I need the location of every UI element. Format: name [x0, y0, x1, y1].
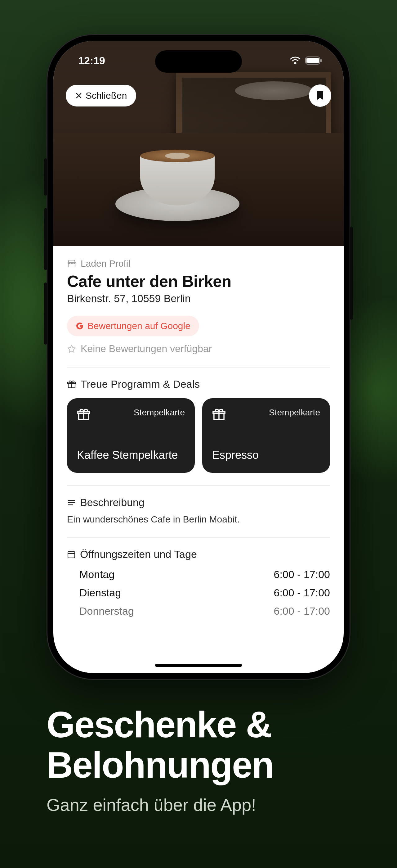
- opening-hours-list: Montag 6:00 - 17:00 Dienstag 6:00 - 17:0…: [67, 565, 330, 620]
- battery-icon: [305, 57, 322, 65]
- svg-rect-2: [320, 59, 322, 62]
- description-text: Ein wunderschönes Cafe in Berlin Moabit.: [67, 514, 330, 525]
- phone-volume-down-button: [44, 282, 47, 345]
- divider: [67, 537, 330, 538]
- wifi-icon: [290, 57, 301, 65]
- store-profile-content: Laden Profil Cafe unter den Birken Birke…: [53, 246, 344, 620]
- home-indicator[interactable]: [155, 664, 242, 667]
- hours-time: 6:00 - 17:00: [274, 587, 330, 599]
- google-icon: [76, 322, 84, 330]
- gift-icon: [67, 380, 76, 389]
- bottom-fade: [53, 661, 344, 673]
- close-button-label: Schließen: [86, 90, 127, 101]
- marketing-subtitle: Ganz einfach über die App!: [46, 795, 360, 815]
- phone-power-button: [350, 227, 353, 320]
- section-label-profile-text: Laden Profil: [80, 258, 130, 269]
- marketing-block: Geschenke & Belohnungen Ganz einfach übe…: [46, 705, 360, 815]
- storefront-icon: [67, 259, 76, 268]
- hours-day: Donnerstag: [79, 605, 134, 617]
- hours-time: 6:00 - 17:00: [274, 568, 330, 581]
- phone-side-button: [44, 158, 47, 195]
- hours-row: Donnerstag 6:00 - 17:00: [67, 602, 330, 620]
- loyalty-card-tag: Stempelkarte: [134, 408, 185, 417]
- section-label-description: Beschreibung: [67, 496, 330, 508]
- loyalty-card-title: Kaffee Stempelkarte: [77, 448, 185, 462]
- section-label-loyalty: Treue Programm & Deals: [67, 378, 330, 390]
- hours-heading: Öffnungszeiten und Tage: [80, 548, 197, 560]
- section-label-hours: Öffnungszeiten und Tage: [67, 548, 330, 560]
- description-heading: Beschreibung: [80, 496, 144, 508]
- section-label-profile: Laden Profil: [67, 258, 330, 269]
- store-address: Birkenstr. 57, 10559 Berlin: [67, 292, 330, 305]
- loyalty-card[interactable]: Stempelkarte Kaffee Stempelkarte: [67, 398, 195, 473]
- phone-mockup: 12:19: [46, 34, 351, 680]
- svg-rect-1: [306, 58, 319, 63]
- phone-screen: 12:19: [53, 41, 344, 673]
- no-reviews-label: Keine Bewertungen verfügbar: [80, 343, 212, 354]
- bookmark-button[interactable]: [309, 85, 331, 107]
- bookmark-icon: [316, 90, 325, 101]
- google-reviews-chip[interactable]: Bewertungen auf Google: [67, 316, 199, 336]
- marketing-title-line2: Belohnungen: [46, 744, 273, 785]
- close-button[interactable]: Schließen: [66, 85, 136, 106]
- calendar-icon: [67, 550, 76, 559]
- hours-day: Dienstag: [79, 587, 121, 599]
- hours-day: Montag: [79, 568, 114, 581]
- hours-row: Dienstag 6:00 - 17:00: [67, 584, 330, 602]
- gift-icon: [77, 408, 91, 421]
- close-icon: [75, 92, 82, 99]
- divider: [67, 485, 330, 486]
- phone-volume-up-button: [44, 208, 47, 270]
- loyalty-card[interactable]: Stempelkarte Espresso: [202, 398, 330, 473]
- menu-lines-icon: [67, 498, 76, 507]
- loyalty-card-tag: Stempelkarte: [269, 408, 320, 417]
- svg-rect-9: [68, 552, 75, 558]
- divider: [67, 367, 330, 368]
- star-outline-icon: [67, 344, 76, 353]
- hours-row: Montag 6:00 - 17:00: [67, 565, 330, 584]
- status-bar: 12:19: [53, 53, 344, 68]
- google-reviews-label: Bewertungen auf Google: [88, 321, 191, 331]
- store-name: Cafe unter den Birken: [67, 272, 330, 290]
- no-reviews-row: Keine Bewertungen verfügbar: [67, 343, 330, 354]
- gift-icon: [212, 408, 226, 421]
- status-time: 12:19: [78, 55, 105, 67]
- marketing-title-line1: Geschenke &: [46, 704, 272, 745]
- loyalty-card-title: Espresso: [212, 448, 320, 462]
- marketing-title: Geschenke & Belohnungen: [46, 705, 360, 785]
- hours-time: 6:00 - 17:00: [274, 605, 330, 617]
- loyalty-cards-row: Stempelkarte Kaffee Stempelkarte Stempel…: [67, 398, 330, 473]
- loyalty-heading: Treue Programm & Deals: [80, 378, 200, 390]
